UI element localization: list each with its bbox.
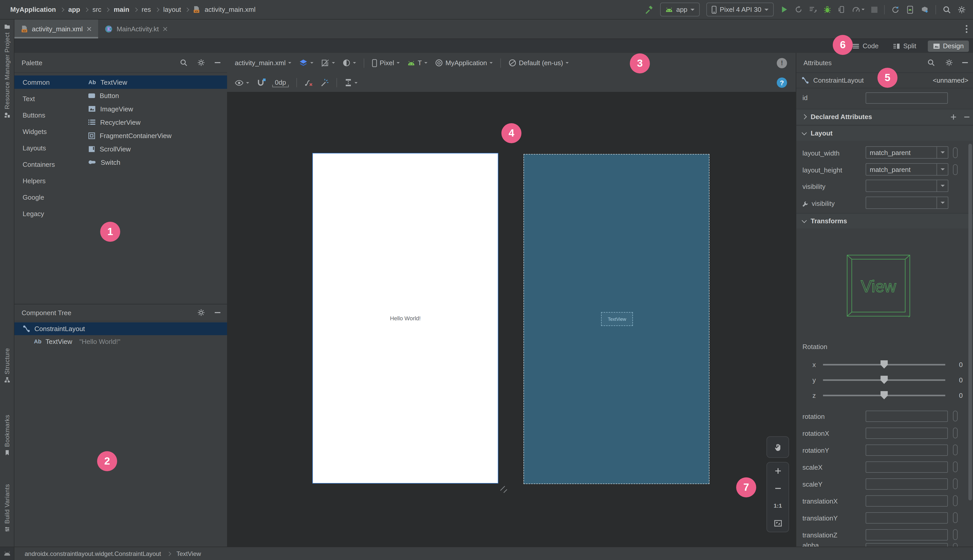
theme-select[interactable]: MyApplication	[435, 59, 493, 67]
tab-activity-main-xml[interactable]: <> activity_main.xml	[14, 20, 98, 38]
attr-flag-pill[interactable]	[953, 445, 958, 455]
zoom-to-fit-button[interactable]	[767, 515, 789, 532]
tree-item-constraintlayout[interactable]: ConstraintLayout	[14, 322, 227, 335]
attr-flag-pill[interactable]	[953, 147, 958, 158]
layout-width-combo[interactable]: match_parent	[866, 146, 948, 158]
run-icon[interactable]	[780, 6, 788, 13]
attr-flag-pill[interactable]	[953, 529, 958, 540]
sdk-manager-icon[interactable]	[921, 5, 929, 13]
breadcrumb-layout[interactable]: layout	[163, 6, 181, 13]
locale-select[interactable]: Default (en-us)	[508, 59, 569, 67]
palette-category-helpers[interactable]: Helpers	[14, 174, 79, 187]
device-select[interactable]: Pixel 4 API 30	[706, 3, 774, 17]
autoconnect-toggle[interactable]	[257, 79, 264, 87]
pan-button[interactable]	[766, 436, 789, 458]
view-options-select[interactable]	[235, 80, 249, 85]
zoom-out-button[interactable]	[767, 480, 789, 497]
sidebar-item-build-variants[interactable]: Build Variants	[0, 484, 14, 533]
add-attribute-icon[interactable]	[950, 114, 956, 120]
id-input[interactable]	[866, 92, 948, 104]
scale-y-input[interactable]	[866, 478, 948, 490]
search-icon[interactable]	[927, 59, 935, 67]
stop-icon[interactable]	[871, 7, 878, 13]
palette-category-text[interactable]: Text	[14, 92, 79, 105]
clear-constraints-icon[interactable]	[304, 78, 313, 87]
hide-panel-icon[interactable]	[962, 62, 968, 63]
layout-section[interactable]: Layout	[796, 125, 973, 141]
rotation-z-slider[interactable]	[823, 391, 945, 399]
remove-attribute-icon[interactable]	[964, 114, 970, 120]
build-hammer-icon[interactable]	[644, 5, 654, 14]
device-manager-icon[interactable]	[906, 5, 914, 13]
palette-item-switch[interactable]: Switch	[79, 155, 227, 169]
palette-category-widgets[interactable]: Widgets	[14, 125, 79, 138]
pack-align-select[interactable]	[344, 78, 357, 87]
device-for-preview-select[interactable]: Pixel	[372, 59, 400, 67]
palette-category-buttons[interactable]: Buttons	[14, 108, 79, 122]
rotation-input[interactable]	[866, 411, 948, 422]
design-surface-select[interactable]	[299, 59, 313, 67]
slider-handle[interactable]	[881, 391, 888, 399]
zoom-in-button[interactable]	[767, 462, 789, 480]
tab-mainactivity-kt[interactable]: MainActivity.kt	[98, 20, 174, 38]
palette-item-fragmentcontainerview[interactable]: FragmentContainerView	[79, 129, 227, 142]
breadcrumb-res[interactable]: res	[142, 6, 151, 13]
apply-changes-icon[interactable]	[795, 6, 802, 13]
status-android-icon-box[interactable]	[0, 547, 14, 560]
alpha-input[interactable]	[866, 543, 948, 547]
status-component-path[interactable]: androidx.constraintlayout.widget.Constra…	[25, 550, 161, 557]
close-icon[interactable]	[163, 27, 167, 31]
palette-category-layouts[interactable]: Layouts	[14, 141, 79, 155]
attr-flag-pill[interactable]	[953, 478, 958, 489]
attach-debugger-icon[interactable]	[838, 6, 846, 13]
breadcrumb-file[interactable]: activity_main.xml	[205, 6, 256, 13]
design-mode-button[interactable]: Design	[928, 40, 969, 52]
close-icon[interactable]	[87, 27, 92, 31]
split-mode-button[interactable]: Split	[890, 40, 920, 52]
blueprint-view-phone[interactable]: TextView	[523, 154, 709, 484]
status-selected-component[interactable]: TextView	[176, 550, 201, 557]
issue-indicator-icon[interactable]	[777, 58, 787, 68]
palette-item-imageview[interactable]: ImageView	[79, 102, 227, 115]
combo-arrow[interactable]	[936, 147, 948, 158]
sidebar-item-resource-manager[interactable]: Resource Manager	[0, 54, 14, 118]
profiler-button[interactable]	[852, 6, 864, 13]
combo-arrow[interactable]	[936, 164, 948, 175]
translation-y-input[interactable]	[866, 512, 948, 523]
search-icon[interactable]	[180, 59, 187, 67]
attributes-scrollbar[interactable]	[968, 144, 972, 500]
tree-item-textview[interactable]: TextView "Hello World!"	[14, 335, 227, 347]
palette-item-recyclerview[interactable]: RecyclerView	[79, 115, 227, 129]
run-config-select[interactable]: app	[660, 3, 700, 17]
api-version-select[interactable]: T	[407, 59, 428, 67]
attr-flag-pill[interactable]	[953, 164, 958, 175]
blueprint-textview[interactable]: TextView	[601, 312, 633, 326]
code-mode-button[interactable]: Code	[849, 40, 881, 52]
settings-gear-icon[interactable]	[958, 5, 966, 13]
gear-icon[interactable]	[197, 309, 205, 317]
transforms-section[interactable]: Transforms	[796, 213, 973, 228]
attr-flag-pill[interactable]	[953, 411, 958, 422]
sidebar-item-project[interactable]: Project	[0, 23, 14, 53]
debug-icon[interactable]	[824, 6, 831, 13]
hide-panel-icon[interactable]	[215, 312, 221, 313]
palette-category-legacy[interactable]: Legacy	[14, 207, 79, 220]
hello-world-text[interactable]: Hello World!	[390, 315, 420, 321]
palette-item-textview[interactable]: TextView	[79, 75, 227, 89]
translation-x-input[interactable]	[866, 495, 948, 507]
breadcrumb-project[interactable]: MyApplication	[10, 6, 56, 13]
translation-z-input[interactable]	[866, 529, 948, 540]
rotation-x-slider[interactable]	[823, 360, 945, 368]
sidebar-item-structure[interactable]: Structure	[0, 348, 14, 383]
zoom-reset-button[interactable]: 1:1	[767, 497, 789, 515]
scale-x-input[interactable]	[866, 462, 948, 473]
attr-flag-pill[interactable]	[953, 543, 958, 547]
palette-item-scrollview[interactable]: ScrollView	[79, 142, 227, 155]
night-mode-select[interactable]	[343, 59, 356, 67]
search-icon[interactable]	[943, 5, 951, 13]
default-margin-button[interactable]: 0dp	[272, 78, 288, 87]
layout-file-select[interactable]: activity_main.xml	[235, 59, 291, 67]
sync-project-icon[interactable]	[891, 5, 899, 13]
slider-handle[interactable]	[881, 360, 888, 368]
combo-arrow[interactable]	[936, 180, 948, 192]
